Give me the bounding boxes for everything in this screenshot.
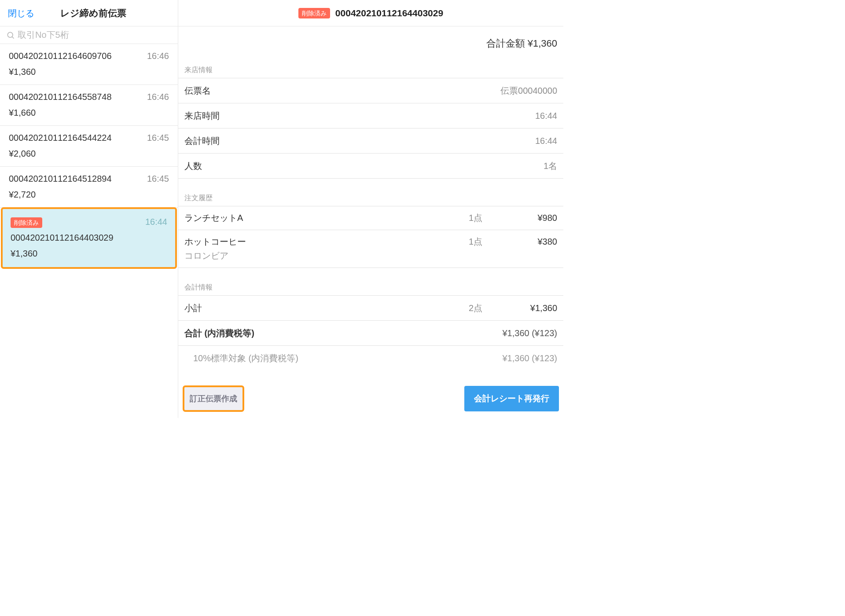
order-qty: 1点 <box>434 235 482 248</box>
correction-slip-button[interactable]: 訂正伝票作成 <box>183 385 244 412</box>
order-qty: 1点 <box>434 211 482 224</box>
order-price: ¥380 <box>482 235 557 248</box>
row-slip-name: 伝票名 伝票00040000 <box>178 78 563 103</box>
slip-name-value: 伝票00040000 <box>500 84 557 97</box>
visit-time-value: 16:44 <box>535 109 557 122</box>
order-row: ランチセットA 1点 ¥980 <box>178 206 563 230</box>
subtotal-qty: 2点 <box>434 301 482 315</box>
list-item-time: 16:45 <box>147 131 169 144</box>
row-checkout-time: 会計時間 16:44 <box>178 128 563 154</box>
list-item-amount: ¥1,360 <box>11 247 167 260</box>
list-item[interactable]: 000420210112164558748 16:46 ¥1,660 <box>0 85 178 126</box>
row-subtotal: 小計 2点 ¥1,360 <box>178 296 563 321</box>
list-item-time: 16:46 <box>147 90 169 103</box>
list-item-time: 16:44 <box>145 215 167 228</box>
order-row: ホットコーヒー 1点 ¥380 コロンビア <box>178 230 563 268</box>
grandtotal-label: 合計 (内消費税等) <box>184 326 254 340</box>
list-item[interactable]: 000420210112164544224 16:45 ¥2,060 <box>0 126 178 167</box>
visit-time-label: 来店時間 <box>184 109 220 122</box>
row-people: 人数 1名 <box>178 154 563 179</box>
action-row: 訂正伝票作成 会計レシート再発行 <box>178 377 563 418</box>
search-icon <box>6 31 15 40</box>
section-orders: 注文履歴 <box>178 191 563 206</box>
list-item-txnno: 000420210112164609706 <box>9 49 112 62</box>
total-amount: 合計金額 ¥1,360 <box>178 26 563 63</box>
list-item-amount: ¥2,720 <box>9 188 169 201</box>
svg-point-0 <box>7 32 13 37</box>
sidebar-header: 閉じる レジ締め前伝票 <box>0 0 178 26</box>
detail-header: 削除済み 000420210112164403029 <box>178 0 563 26</box>
list-item-time: 16:45 <box>147 172 169 185</box>
row-grandtotal: 合計 (内消費税等) ¥1,360 (¥123) <box>178 321 563 346</box>
subtotal-label: 小計 <box>184 301 434 315</box>
sidebar: 閉じる レジ締め前伝票 000420210112164609706 16:46 … <box>0 0 178 418</box>
grandtotal-value: ¥1,360 (¥123) <box>502 326 557 340</box>
order-price: ¥980 <box>482 211 557 224</box>
list-item-selected[interactable]: 削除済み 000420210112164403029 16:44 ¥1,360 <box>1 207 177 269</box>
list-item-txnno: 000420210112164403029 <box>11 231 114 244</box>
row-taxline: 10%標準対象 (内消費税等) ¥1,360 (¥123) <box>178 346 563 370</box>
deleted-badge: 削除済み <box>298 8 330 18</box>
deleted-badge: 削除済み <box>11 217 42 228</box>
row-visit-time: 来店時間 16:44 <box>178 103 563 128</box>
detail-panel: 削除済み 000420210112164403029 合計金額 ¥1,360 来… <box>178 0 563 418</box>
search-input[interactable] <box>18 30 172 40</box>
list-item-amount: ¥1,360 <box>9 65 169 78</box>
list-item-txnno: 000420210112164544224 <box>9 131 112 144</box>
list-item[interactable]: 000420210112164512894 16:45 ¥2,720 <box>0 167 178 208</box>
people-value: 1名 <box>544 159 557 172</box>
transaction-list: 000420210112164609706 16:46 ¥1,360 00042… <box>0 44 178 418</box>
search-row <box>0 26 178 44</box>
taxline-value: ¥1,360 (¥123) <box>502 352 557 365</box>
slip-name-label: 伝票名 <box>184 84 211 97</box>
list-item-txnno: 000420210112164558748 <box>9 90 112 103</box>
taxline-label: 10%標準対象 (内消費税等) <box>193 352 298 365</box>
order-name: ランチセットA <box>184 211 434 224</box>
list-item-time: 16:46 <box>147 49 169 62</box>
order-sub: コロンビア <box>184 249 557 262</box>
checkout-time-label: 会計時間 <box>184 134 220 147</box>
section-cashinfo: 会計情報 <box>178 280 563 296</box>
list-item-txnno: 000420210112164512894 <box>9 172 112 185</box>
order-name: ホットコーヒー <box>184 235 434 248</box>
subtotal-price: ¥1,360 <box>482 301 557 315</box>
people-label: 人数 <box>184 159 202 172</box>
section-visit: 来店情報 <box>178 63 563 78</box>
detail-txnno: 000420210112164403029 <box>335 6 443 20</box>
reissue-receipt-button[interactable]: 会計レシート再発行 <box>464 386 559 411</box>
list-item-amount: ¥1,660 <box>9 106 169 119</box>
sidebar-title: レジ締め前伝票 <box>17 6 170 20</box>
svg-line-1 <box>12 37 14 38</box>
list-item[interactable]: 000420210112164609706 16:46 ¥1,360 <box>0 44 178 85</box>
list-item-amount: ¥2,060 <box>9 147 169 160</box>
checkout-time-value: 16:44 <box>535 134 557 147</box>
